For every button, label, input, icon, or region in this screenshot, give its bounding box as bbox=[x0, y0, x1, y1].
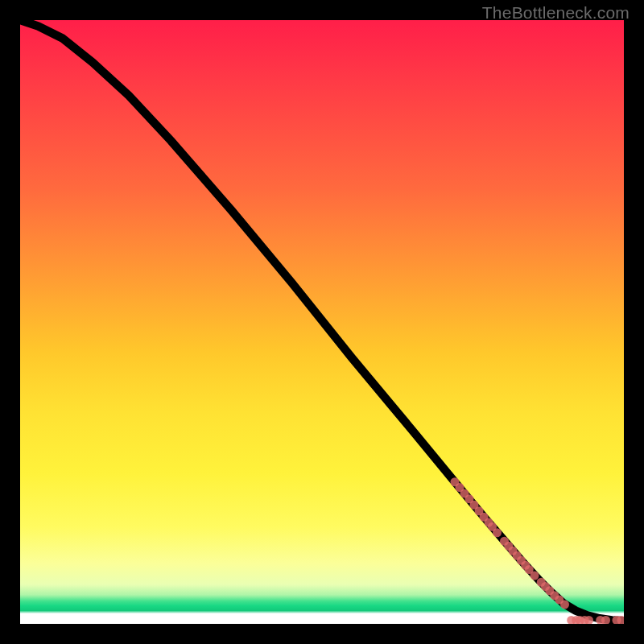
watermark-text: TheBottleneck.com bbox=[482, 3, 630, 23]
chart-plot-area bbox=[20, 20, 624, 624]
chart-svg bbox=[20, 20, 624, 624]
data-marker bbox=[530, 572, 539, 580]
data-marker bbox=[560, 601, 569, 609]
bottleneck-curve bbox=[20, 20, 624, 621]
data-marker-group bbox=[451, 477, 624, 624]
data-marker bbox=[493, 528, 502, 537]
